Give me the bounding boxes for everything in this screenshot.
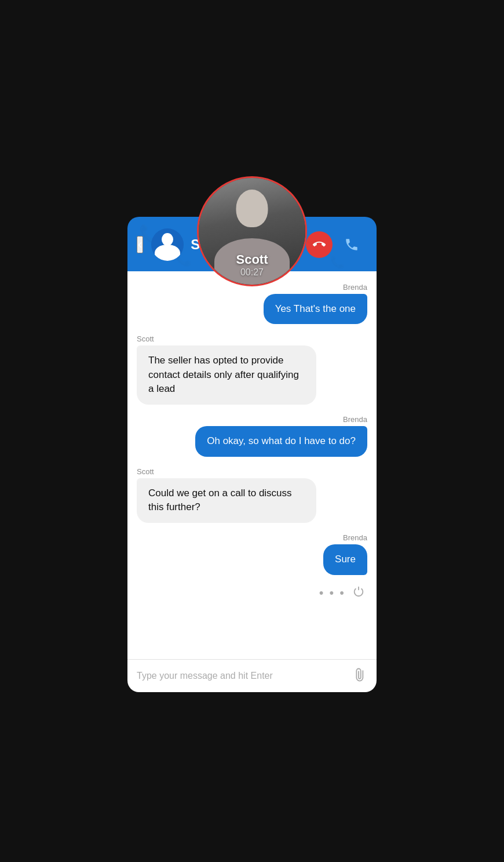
message-row: Scott The seller has opted to provide co… [137,334,367,405]
sender-label: Brenda [137,533,367,542]
back-button[interactable]: ‹ [137,236,143,253]
chat-body: Brenda Yes That's the one Scott The sell… [127,271,377,659]
chat-meta-row: • • • [137,582,367,602]
message-row: Scott Could we get on a call to discuss … [137,467,367,523]
chat-bubble-outgoing: Oh okay, so what do I have to do? [195,426,367,457]
options-dots-icon[interactable]: • • • [319,585,345,601]
contact-avatar [151,228,184,261]
sender-label: Scott [137,467,367,476]
caller-name: Scott [236,252,268,267]
chat-bubble-incoming: The seller has opted to provide contact … [137,345,316,405]
caller-timer: 00:27 [236,267,268,278]
attachment-icon[interactable] [350,665,371,686]
sender-label: Brenda [137,415,367,424]
chat-bubble-outgoing: Yes That's the one [264,294,367,325]
message-row: Brenda Sure [137,533,367,575]
chat-bubble-incoming: Could we get on a call to discuss this f… [137,478,316,523]
phone-button[interactable] [338,231,365,258]
message-input[interactable] [137,671,349,681]
chat-bubble-outgoing: Sure [323,544,367,575]
caller-video-bubble: Scott 00:27 [197,176,307,286]
sender-label: Scott [137,334,367,343]
message-row: Brenda Yes That's the one [137,283,367,325]
chat-input-area [127,659,377,692]
end-call-button[interactable] [306,231,333,258]
power-icon[interactable] [352,585,365,601]
message-row: Brenda Oh okay, so what do I have to do? [137,415,367,457]
